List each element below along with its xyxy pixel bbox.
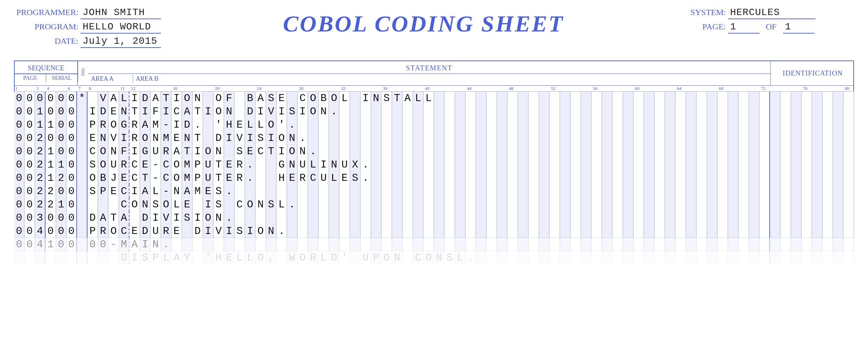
grid-cell: M	[119, 238, 130, 251]
grid-cell	[245, 211, 255, 225]
col-identification: IDENTIFICATION	[771, 61, 855, 85]
grid-cell	[497, 145, 507, 158]
grid-cell: O	[245, 198, 255, 211]
grid-cell	[780, 211, 791, 225]
grid-cell: 0	[56, 132, 66, 145]
grid-cell	[350, 198, 360, 211]
grid-cell	[444, 185, 455, 198]
grid-cell: S	[444, 251, 455, 264]
col-ind: IND.	[78, 61, 88, 82]
grid-cell: S	[88, 185, 98, 198]
grid-cell	[203, 118, 214, 132]
grid-cell: .	[308, 145, 318, 158]
grid-cell	[382, 171, 392, 185]
grid-cell	[539, 118, 550, 132]
grid-cell	[728, 211, 738, 225]
grid-cell	[402, 158, 413, 171]
grid-cell: L	[455, 251, 465, 264]
grid-cell	[623, 198, 634, 211]
grid-cell: N	[172, 185, 182, 198]
grid-cell: C	[308, 171, 318, 185]
grid-cell	[507, 251, 518, 264]
grid-cell: 2	[46, 198, 56, 211]
grid-cell	[550, 158, 560, 171]
grid-cell	[266, 185, 276, 198]
grid-cell	[749, 198, 760, 211]
grid-cell	[497, 171, 507, 185]
grid-cell	[486, 238, 497, 251]
grid-cell	[507, 118, 518, 132]
grid-cell: E	[224, 171, 234, 185]
grid-cell	[634, 132, 644, 145]
grid-cell	[518, 132, 528, 145]
grid-cell	[707, 105, 718, 118]
grid-cell: V	[214, 225, 224, 238]
grid-cell	[192, 198, 203, 211]
grid-cell: V	[234, 132, 245, 145]
grid-cell	[550, 251, 560, 264]
grid-cell	[497, 118, 507, 132]
grid-cell	[455, 211, 465, 225]
grid-cell: I	[192, 211, 203, 225]
grid-cell	[518, 92, 528, 105]
grid-cell	[486, 158, 497, 171]
grid-cell: N	[434, 251, 444, 264]
grid-cell: W	[287, 251, 298, 264]
grid-cell	[738, 145, 749, 158]
grid-cell	[654, 118, 665, 132]
grid-cell	[718, 211, 728, 225]
grid-cell	[360, 145, 371, 158]
grid-cell	[770, 171, 780, 185]
grid-cell: I	[245, 132, 255, 145]
grid-cell: N	[140, 198, 150, 211]
grid-cell	[550, 171, 560, 185]
grid-cell	[634, 171, 644, 185]
grid-cell: R	[130, 118, 140, 132]
grid-cell	[382, 145, 392, 158]
system-label: SYSTEM:	[686, 8, 728, 17]
grid-cell: I	[172, 92, 182, 105]
grid-cell	[644, 225, 654, 238]
grid-cell: 0	[56, 211, 66, 225]
grid-cell: 0	[14, 171, 24, 185]
code-row: DISPLAY'HELLO,WORLD'UPONCONSL.	[14, 251, 854, 264]
grid-cell	[770, 118, 780, 132]
grid-cell: 1	[46, 171, 56, 185]
grid-cell	[770, 225, 780, 238]
grid-cell: N	[182, 132, 192, 145]
grid-cell	[255, 211, 266, 225]
grid-cell: 0	[14, 145, 24, 158]
grid-cell	[444, 118, 455, 132]
grid-cell: N	[255, 198, 266, 211]
grid-cell	[476, 105, 486, 118]
grid-cell	[634, 92, 644, 105]
grid-cell	[476, 171, 486, 185]
grid-cell: R	[98, 118, 108, 132]
programmer-value: JOHN SMITH	[80, 7, 161, 19]
grid-cell	[528, 92, 539, 105]
grid-cell	[707, 211, 718, 225]
grid-cell: A	[182, 185, 192, 198]
grid-cell	[665, 92, 676, 105]
grid-cell	[77, 158, 88, 171]
grid-cell	[371, 145, 382, 158]
grid-cell	[718, 171, 728, 185]
code-row: 003000DATADIVISION.	[14, 211, 854, 224]
grid-cell	[570, 92, 581, 105]
grid-cell	[602, 132, 612, 145]
grid-cell	[707, 171, 718, 185]
grid-cell	[822, 105, 833, 118]
grid-cell	[486, 145, 497, 158]
grid-cell: U	[298, 158, 308, 171]
grid-cell: *	[77, 92, 88, 105]
grid-cell: C	[413, 251, 424, 264]
grid-cell: D	[98, 105, 108, 118]
grid-cell	[676, 211, 686, 225]
grid-cell	[518, 171, 528, 185]
date-label: DATE:	[14, 36, 80, 46]
grid-cell	[465, 185, 476, 198]
grid-cell	[833, 118, 844, 132]
grid-cell	[434, 198, 444, 211]
grid-cell	[560, 145, 570, 158]
grid-cell	[413, 211, 424, 225]
